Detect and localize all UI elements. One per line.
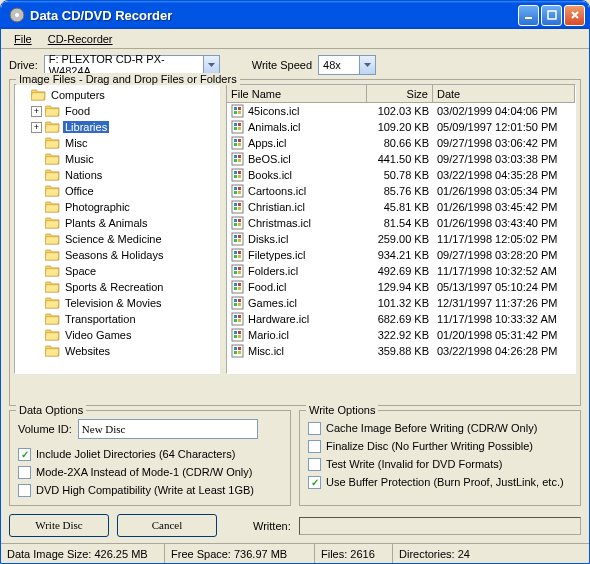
- list-item[interactable]: Animals.icl109.20 KB05/09/1997 12:01:50 …: [227, 119, 575, 135]
- list-item[interactable]: Christian.icl45.81 KB01/26/1998 03:45:42…: [227, 199, 575, 215]
- list-item[interactable]: Hardware.icl682.69 KB11/17/1998 10:33:32…: [227, 311, 575, 327]
- write-disc-button[interactable]: Write Disc: [9, 514, 109, 537]
- list-item[interactable]: 45icons.icl102.03 KB03/02/1999 04:04:06 …: [227, 103, 575, 119]
- list-item[interactable]: Mario.icl322.92 KB01/20/1998 05:31:42 PM: [227, 327, 575, 343]
- list-item[interactable]: Books.icl50.78 KB03/22/1998 04:35:28 PM: [227, 167, 575, 183]
- volumeid-input[interactable]: [78, 419, 258, 439]
- checkbox-testwrite[interactable]: [308, 458, 321, 471]
- svg-rect-18: [238, 143, 241, 146]
- svg-rect-56: [238, 267, 241, 270]
- list-item[interactable]: Misc.icl359.88 KB03/22/1998 04:26:28 PM: [227, 343, 575, 359]
- list-body[interactable]: 45icons.icl102.03 KB03/02/1999 04:04:06 …: [227, 103, 575, 373]
- svg-rect-15: [234, 139, 237, 142]
- close-button[interactable]: [564, 5, 585, 26]
- finalize-label: Finalize Disc (No Further Writing Possib…: [326, 440, 533, 452]
- list-item[interactable]: Filetypes.icl934.21 KB09/27/1998 03:28:2…: [227, 247, 575, 263]
- svg-rect-3: [548, 11, 556, 19]
- svg-rect-29: [232, 185, 243, 197]
- svg-rect-52: [234, 255, 237, 258]
- writespeed-select[interactable]: 48x: [318, 55, 376, 75]
- tree-item[interactable]: Nations: [17, 167, 217, 183]
- svg-rect-16: [238, 139, 241, 142]
- tree-item[interactable]: +Libraries: [17, 119, 217, 135]
- tree-item[interactable]: Office: [17, 183, 217, 199]
- mode2xa-label: Mode-2XA Instead of Mode-1 (CDR/W Only): [36, 466, 252, 478]
- list-item[interactable]: Disks.icl259.00 KB11/17/1998 12:05:02 PM: [227, 231, 575, 247]
- svg-rect-28: [238, 175, 241, 178]
- maximize-button[interactable]: [541, 5, 562, 26]
- tree-item[interactable]: Photographic: [17, 199, 217, 215]
- list-item[interactable]: Christmas.icl81.54 KB01/26/1998 03:43:40…: [227, 215, 575, 231]
- checkbox-bufprot[interactable]: ✓: [308, 476, 321, 489]
- svg-rect-58: [238, 271, 241, 274]
- drive-select[interactable]: F: PLEXTOR CD-R PX-W4824A: [44, 55, 220, 75]
- list-item[interactable]: Apps.icl80.66 KB09/27/1998 03:06:42 PM: [227, 135, 575, 151]
- menu-file[interactable]: File: [7, 31, 39, 47]
- expand-icon[interactable]: +: [31, 122, 42, 133]
- titlebar[interactable]: Data CD/DVD Recorder: [1, 1, 589, 29]
- bufprot-label: Use Buffer Protection (Burn Proof, JustL…: [326, 476, 564, 488]
- checkbox-dvdhc[interactable]: [18, 484, 31, 497]
- svg-rect-61: [238, 283, 241, 286]
- col-filename[interactable]: File Name: [227, 85, 367, 102]
- svg-rect-26: [238, 171, 241, 174]
- status-dirs: Directories: 24: [393, 544, 589, 563]
- tree-item[interactable]: Television & Movies: [17, 295, 217, 311]
- svg-rect-49: [232, 249, 243, 261]
- svg-rect-80: [234, 347, 237, 350]
- folder-tree[interactable]: Computers+Food+LibrariesMiscMusicNations…: [14, 84, 220, 374]
- list-item[interactable]: Cartoons.icl85.76 KB01/26/1998 03:05:34 …: [227, 183, 575, 199]
- svg-rect-66: [238, 299, 241, 302]
- tree-item[interactable]: Misc: [17, 135, 217, 151]
- list-header: File Name Size Date: [227, 85, 575, 103]
- svg-rect-24: [232, 169, 243, 181]
- status-freespace: Free Space: 736.97 MB: [165, 544, 315, 563]
- tree-item[interactable]: Video Games: [17, 327, 217, 343]
- tree-item[interactable]: Space: [17, 263, 217, 279]
- svg-rect-74: [232, 329, 243, 341]
- tree-item[interactable]: Computers: [17, 87, 217, 103]
- expand-icon[interactable]: +: [31, 106, 42, 117]
- image-files-group: Image Files - Drag and Drop Files or Fol…: [9, 79, 581, 406]
- checkbox-cache[interactable]: [308, 422, 321, 435]
- tree-item[interactable]: Plants & Animals: [17, 215, 217, 231]
- tree-item[interactable]: Websites: [17, 343, 217, 359]
- checkbox-joliet[interactable]: ✓: [18, 448, 31, 461]
- svg-rect-8: [238, 111, 241, 114]
- file-list[interactable]: File Name Size Date 45icons.icl102.03 KB…: [226, 84, 576, 374]
- joliet-label: Include Joliet Directories (64 Character…: [36, 448, 235, 460]
- tree-item[interactable]: Seasons & Holidays: [17, 247, 217, 263]
- checkbox-mode2xa[interactable]: [18, 466, 31, 479]
- written-progress: [299, 517, 581, 535]
- volumeid-label: Volume ID:: [18, 423, 72, 435]
- tree-item[interactable]: Sports & Recreation: [17, 279, 217, 295]
- drive-label: Drive:: [9, 59, 38, 71]
- svg-rect-27: [234, 175, 237, 178]
- list-item[interactable]: Games.icl101.32 KB12/31/1997 11:37:26 PM: [227, 295, 575, 311]
- svg-rect-42: [234, 223, 237, 226]
- col-size[interactable]: Size: [367, 85, 433, 102]
- svg-rect-70: [234, 315, 237, 318]
- list-item[interactable]: Food.icl129.94 KB05/13/1997 05:10:24 PM: [227, 279, 575, 295]
- svg-rect-25: [234, 171, 237, 174]
- svg-rect-31: [238, 187, 241, 190]
- svg-rect-81: [238, 347, 241, 350]
- cancel-button[interactable]: Cancel: [117, 514, 217, 537]
- list-item[interactable]: Folders.icl492.69 KB11/17/1998 10:32:52 …: [227, 263, 575, 279]
- menu-cdrecorder[interactable]: CD-Recorder: [41, 31, 120, 47]
- tree-item[interactable]: Transportation: [17, 311, 217, 327]
- tree-item[interactable]: Science & Medicine: [17, 231, 217, 247]
- tree-item[interactable]: Music: [17, 151, 217, 167]
- writespeed-label: Write Speed: [252, 59, 312, 71]
- tree-item[interactable]: +Food: [17, 103, 217, 119]
- svg-rect-45: [234, 235, 237, 238]
- svg-rect-2: [525, 17, 532, 19]
- image-files-label: Image Files - Drag and Drop Files or Fol…: [16, 73, 240, 85]
- col-date[interactable]: Date: [433, 85, 575, 102]
- list-item[interactable]: BeOS.icl441.50 KB09/27/1998 03:03:38 PM: [227, 151, 575, 167]
- checkbox-finalize[interactable]: [308, 440, 321, 453]
- svg-rect-4: [232, 105, 243, 117]
- minimize-button[interactable]: [518, 5, 539, 26]
- svg-rect-62: [234, 287, 237, 290]
- svg-rect-14: [232, 137, 243, 149]
